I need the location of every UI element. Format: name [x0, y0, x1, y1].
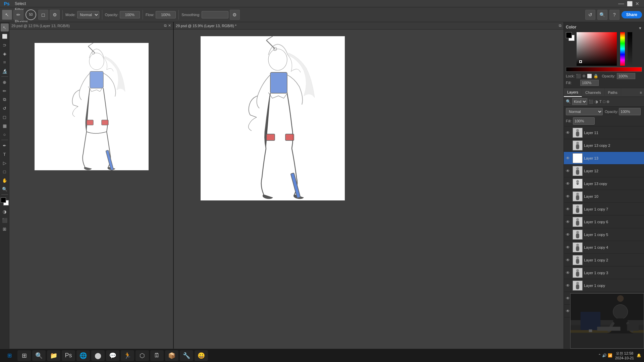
taskbar-notification[interactable]: 🔔 — [637, 353, 641, 358]
tool-select-rect[interactable]: ⬜ — [1, 32, 9, 40]
lock-all-icon[interactable]: 🔒 — [593, 74, 598, 78]
layer-vis-6[interactable]: 👁 — [566, 207, 571, 212]
filter-shape[interactable]: □ — [603, 100, 605, 104]
tool-gradient[interactable]: ▦ — [1, 122, 9, 130]
layer-item-1[interactable]: Layer 13 copy 2 — [564, 139, 644, 152]
layer-item-2[interactable]: 👁Layer 13 — [564, 152, 644, 165]
tab-paths[interactable]: Paths — [605, 88, 621, 97]
layer-vis-12[interactable]: 👁 — [566, 283, 571, 288]
taskbar-app-5[interactable]: ⬤ — [91, 350, 105, 361]
filter-pixel[interactable]: ⬛ — [589, 100, 593, 104]
fg-bg-colors[interactable] — [1, 197, 9, 205]
fill-input-panel[interactable] — [580, 80, 599, 86]
color-alpha-bar[interactable] — [628, 32, 632, 66]
layer-vis-9[interactable]: 👁 — [566, 245, 571, 250]
layer-item-5[interactable]: 👁Layer 10 — [564, 190, 644, 203]
eraser-tool-btn[interactable]: ◻ — [38, 10, 48, 20]
taskbar-app-2[interactable]: 📁 — [47, 350, 60, 361]
layer-item-7[interactable]: 👁Layer 1 copy 6 — [564, 216, 644, 228]
taskbar-app-0[interactable]: ⊞ — [17, 350, 31, 361]
layer-item-0[interactable]: 👁Layer 11 — [564, 126, 644, 139]
filter-adjust[interactable]: ◑ — [595, 100, 598, 104]
smoothing-settings-btn[interactable]: ⚙ — [230, 10, 240, 20]
tool-eyedropper[interactable]: 🔬 — [1, 67, 9, 75]
taskbar-app-3[interactable]: Ps — [62, 350, 75, 361]
tab-layers[interactable]: Layers — [564, 88, 582, 97]
minimize-btn[interactable]: — — [618, 0, 624, 7]
lock-artboard-icon[interactable]: ⬜ — [587, 74, 592, 78]
flow-input[interactable] — [156, 11, 176, 18]
fg-swatch[interactable] — [566, 32, 572, 38]
taskbar-app-8[interactable]: ⬡ — [136, 350, 149, 361]
taskbar-app-10[interactable]: 📦 — [165, 350, 178, 361]
layer-item-9[interactable]: 👁Layer 1 copy 4 — [564, 241, 644, 254]
layer-item-11[interactable]: 👁Layer 1 copy 3 — [564, 266, 644, 279]
opacity-input[interactable] — [120, 11, 140, 18]
taskbar-app-7[interactable]: 🏃 — [121, 350, 134, 361]
tool-lasso[interactable]: ⊃ — [1, 41, 9, 49]
help-btn[interactable]: ? — [609, 10, 620, 20]
color-hue-bar[interactable] — [620, 32, 625, 66]
layer-vis-10[interactable]: 👁 — [566, 258, 571, 262]
quick-mask-btn[interactable]: ◑ — [1, 207, 9, 216]
filter-smart[interactable]: ⊛ — [606, 100, 609, 104]
right-canvas-area[interactable] — [174, 29, 564, 355]
close-btn[interactable]: ✕ — [635, 1, 639, 6]
taskbar-app-12[interactable]: 😀 — [195, 350, 208, 361]
tool-path-select[interactable]: ▷ — [1, 159, 9, 167]
menu-item-select[interactable]: Select — [12, 1, 32, 7]
tool-dodge[interactable]: ○ — [1, 130, 9, 138]
screen-mode-btn[interactable]: ⬛ — [1, 216, 9, 224]
layer-vis-11[interactable]: 👁 — [566, 270, 571, 275]
tool-history-brush[interactable]: ↺ — [1, 104, 9, 112]
tool-text[interactable]: T — [1, 150, 9, 158]
search-btn[interactable]: 🔍 — [597, 10, 607, 20]
fg-bg-swatch[interactable] — [566, 32, 575, 41]
layer-vis-8[interactable]: 👁 — [566, 232, 571, 237]
layer-item-4[interactable]: 👁Layer 13 copy — [564, 177, 644, 190]
tool-hand[interactable]: ✋ — [1, 176, 9, 184]
tool-zoom[interactable]: 🔍 — [1, 185, 9, 193]
move-tool-btn[interactable]: ↖ — [2, 10, 12, 20]
layer-vis-4[interactable]: 👁 — [566, 181, 571, 186]
share-button[interactable]: Share — [622, 11, 642, 18]
mode-select[interactable]: Normal — [77, 11, 99, 18]
tool-object-select[interactable]: ◈ — [1, 50, 9, 58]
right-panel-float[interactable]: ⧉ — [559, 23, 561, 28]
left-canvas-area[interactable] — [9, 29, 173, 355]
layer-fill-input[interactable] — [573, 117, 595, 125]
layer-vis-5[interactable]: 👁 — [566, 194, 571, 199]
layer-vis-3[interactable]: 👁 — [566, 169, 571, 173]
brush-settings-btn[interactable]: ⚙ — [50, 10, 60, 20]
taskbar-app-6[interactable]: 💬 — [106, 350, 119, 361]
tool-clone[interactable]: ⧉ — [1, 96, 9, 104]
tool-shape[interactable]: □ — [1, 168, 9, 176]
opacity-panel-input[interactable] — [617, 73, 635, 79]
blend-mode-select[interactable]: Normal — [566, 108, 603, 115]
tool-crop[interactable]: ⌗ — [1, 58, 9, 66]
color-spectrum-bar[interactable] — [566, 67, 642, 72]
grid-btn[interactable]: ⊞ — [1, 225, 9, 233]
layer-item-12[interactable]: 👁Layer 1 copy — [564, 279, 644, 292]
taskbar-app-9[interactable]: 🗓 — [150, 350, 164, 361]
taskbar-app-1[interactable]: 🔍 — [32, 350, 46, 361]
tool-brush[interactable]: ✏ — [1, 87, 9, 95]
tool-pen[interactable]: ✒ — [1, 141, 9, 149]
layer-opacity-input[interactable] — [619, 108, 641, 115]
smoothing-input[interactable] — [202, 11, 228, 18]
layer-vis-2[interactable]: 👁 — [566, 156, 571, 161]
taskbar-app-11[interactable]: 🔧 — [180, 350, 193, 361]
tab-channels[interactable]: Channels — [582, 88, 604, 97]
tool-eraser[interactable]: ◻ — [1, 113, 9, 121]
brush-tool-btn[interactable]: ✏ — [13, 10, 23, 20]
layer-item-3[interactable]: 👁Layer 12 — [564, 165, 644, 177]
layers-filter-select[interactable]: Kind — [572, 98, 587, 105]
left-panel-float[interactable]: ⧉ — [164, 23, 167, 28]
layers-panel-menu[interactable]: ≡ — [640, 90, 642, 95]
restore-btn[interactable]: ⬜ — [627, 1, 633, 6]
history-btn[interactable]: ↺ — [585, 10, 595, 20]
layer-item-10[interactable]: 👁Layer 1 copy 2 — [564, 254, 644, 266]
color-panel-collapse[interactable]: ▼ — [638, 26, 642, 30]
lock-pos-icon[interactable]: ✛ — [582, 74, 586, 78]
left-panel-close[interactable]: ✕ — [168, 23, 171, 28]
